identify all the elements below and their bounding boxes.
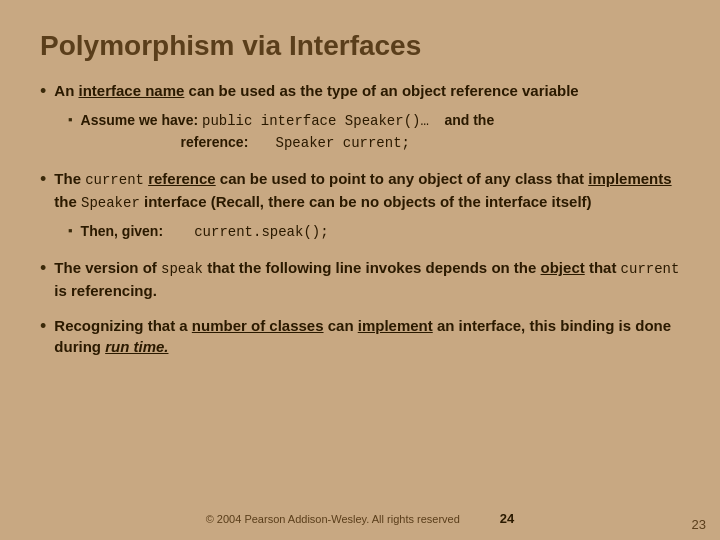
object-underline: object [541, 259, 585, 276]
bullet-3: • The version of speak that the followin… [40, 257, 680, 301]
bullet-dot-1: • [40, 81, 46, 102]
bullet-section-1: • An interface name can be used as the t… [40, 80, 680, 154]
implement-underline: implement [358, 317, 433, 334]
bullet-section-4: • Recognizing that a number of classes c… [40, 315, 680, 357]
sub-bullet-1: ▪ Assume we have: public interface Speak… [68, 110, 680, 154]
slide: Polymorphism via Interfaces • An interfa… [10, 10, 710, 530]
sub-bullet-section-2: ▪ Then, given: current.speak(); [68, 221, 680, 243]
code-speaker-interface: public interface Speaker()… [202, 113, 429, 129]
run-time-italic-underline: run time. [105, 338, 168, 355]
code-speak: speak [161, 261, 203, 277]
bullet-2-text: The current reference can be used to poi… [54, 168, 680, 213]
number-of-classes-underline: number of classes [192, 317, 324, 334]
bullet-section-3: • The version of speak that the followin… [40, 257, 680, 301]
sub-bullet-1-text: Assume we have: public interface Speaker… [81, 110, 495, 154]
implements-underline: implements [588, 170, 671, 187]
footer-page-number: 24 [500, 511, 514, 526]
sub-bullet-marker-2: ▪ [68, 223, 73, 238]
interface-name-underline: interface name [78, 82, 184, 99]
bullet-section-2: • The current reference can be used to p… [40, 168, 680, 243]
code-current-speak: current.speak(); [194, 224, 328, 240]
bullet-3-text: The version of speak that the following … [54, 257, 680, 301]
reference-label: reference: Speaker current; [181, 134, 410, 150]
sub-bullet-2-text: Then, given: current.speak(); [81, 221, 329, 243]
slide-title: Polymorphism via Interfaces [40, 30, 680, 62]
bullet-2: • The current reference can be used to p… [40, 168, 680, 213]
reference-underline: reference [148, 170, 216, 187]
bullet-dot-2: • [40, 169, 46, 190]
bullet-dot-4: • [40, 316, 46, 337]
code-current-2: current [621, 261, 680, 277]
sub-bullet-marker-1: ▪ [68, 112, 73, 127]
footer: © 2004 Pearson Addison-Wesley. All right… [0, 511, 720, 526]
page-corner-number: 23 [692, 517, 706, 532]
bullet-1-text: An interface name can be used as the typ… [54, 80, 578, 101]
code-speaker-current: Speaker current; [276, 135, 410, 151]
bullet-1: • An interface name can be used as the t… [40, 80, 680, 102]
sub-bullet-2: ▪ Then, given: current.speak(); [68, 221, 680, 243]
footer-copyright: © 2004 Pearson Addison-Wesley. All right… [206, 513, 460, 525]
bullet-4: • Recognizing that a number of classes c… [40, 315, 680, 357]
sub-bullet-section-1: ▪ Assume we have: public interface Speak… [68, 110, 680, 154]
code-speaker: Speaker [81, 195, 140, 211]
code-current-1: current [85, 172, 144, 188]
bullet-4-text: Recognizing that a number of classes can… [54, 315, 680, 357]
bullet-dot-3: • [40, 258, 46, 279]
